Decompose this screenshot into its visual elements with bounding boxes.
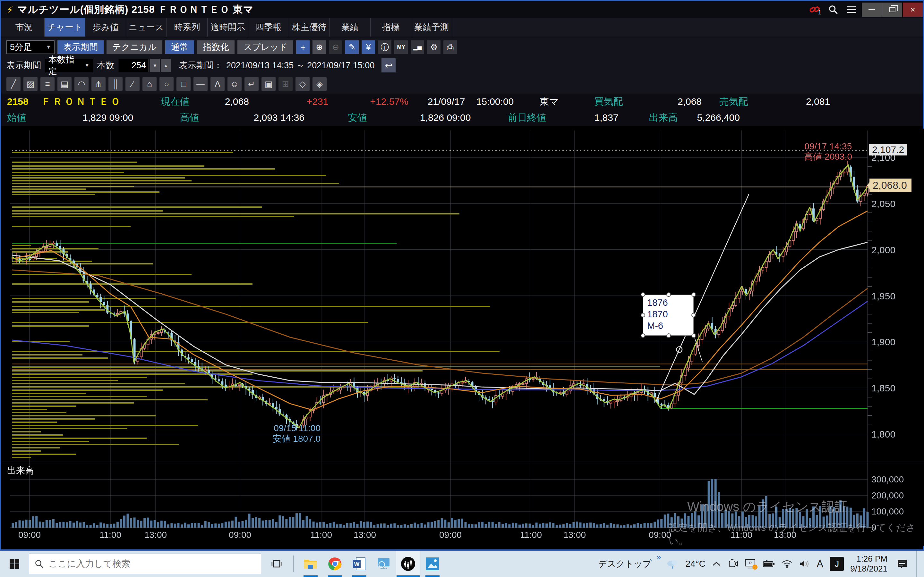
zoom-out-button[interactable]: ⊖ <box>329 40 342 54</box>
temperature-label[interactable]: 24°C <box>685 559 706 569</box>
bars-down-button[interactable]: ▼ <box>150 59 160 72</box>
show-desktop-button[interactable] <box>916 551 919 577</box>
search-input[interactable] <box>48 559 241 569</box>
x-axis-label: 09:00 <box>439 530 462 540</box>
open-value: 1,829 09:00 <box>82 112 133 123</box>
word-icon[interactable]: W <box>347 551 372 577</box>
ime-mode-a[interactable]: A <box>817 558 823 570</box>
spread-button[interactable]: スプレッド <box>237 40 293 54</box>
zoom-in-button[interactable]: ⊕ <box>312 40 326 54</box>
print-button[interactable]: ⎙ <box>443 40 457 54</box>
draw-button[interactable]: ✎ <box>345 40 359 54</box>
text-annotation-box[interactable]: 1876 1870 M-6 <box>643 295 694 335</box>
hline4-tool[interactable]: ▤ <box>57 77 71 91</box>
tab-ayumine[interactable]: 歩み値 <box>86 18 126 37</box>
settings-button[interactable]: ⚙ <box>427 40 441 54</box>
display-tray-icon[interactable]: R <box>745 559 756 569</box>
resize-handle[interactable] <box>666 292 671 297</box>
chevron-down-icon: ▼ <box>80 63 89 68</box>
battery-icon[interactable] <box>762 560 775 568</box>
tab-chart[interactable]: チャート <box>45 18 86 37</box>
tab-news[interactable]: ニュース <box>126 18 167 37</box>
period-mode-select[interactable]: 本数指定▼ <box>45 59 93 72</box>
menu-icon[interactable] <box>843 3 861 17</box>
copy-tool[interactable]: ▣ <box>262 77 276 91</box>
tab-shihyo[interactable]: 指標 <box>371 18 411 37</box>
weather-icon[interactable] <box>666 558 679 569</box>
indexed-button[interactable]: 指数化 <box>197 40 234 54</box>
tab-shikyo[interactable]: 市況 <box>4 18 45 37</box>
tab-shikiho[interactable]: 四季報 <box>248 18 289 37</box>
vline-tool[interactable]: ║ <box>108 77 123 91</box>
move-tool[interactable]: ⊞ <box>278 77 292 91</box>
tab-jikeiretsu[interactable]: 時系列 <box>167 18 208 37</box>
ime-mode-j[interactable]: J <box>830 557 844 571</box>
arc-tool[interactable]: ◠ <box>74 77 89 91</box>
eraser-tool[interactable]: ◇ <box>296 77 310 91</box>
bars-input[interactable] <box>118 59 149 72</box>
tab-gyoseki[interactable]: 業績 <box>330 18 371 37</box>
resize-handle[interactable] <box>691 313 696 318</box>
taskbar-search[interactable] <box>29 554 261 574</box>
interval-select[interactable]: 5分足▼ <box>6 40 55 54</box>
volume-icon[interactable] <box>799 559 810 568</box>
technical-button[interactable]: テクニカル <box>107 40 162 54</box>
close-button[interactable]: × <box>903 3 923 17</box>
app-window: ⚡ マルチツール(個別銘柄) 2158 ＦＲＯＮＴＥＯ 東マ 1 × <box>0 0 924 551</box>
remote-desktop-icon[interactable] <box>372 551 396 577</box>
search-icon[interactable] <box>824 3 843 17</box>
channel-tool[interactable]: ▨ <box>23 77 37 91</box>
chrome-icon[interactable] <box>323 551 347 577</box>
resize-handle[interactable] <box>641 292 645 297</box>
minimize-button[interactable] <box>862 3 882 17</box>
fan-tool[interactable]: ⋔ <box>91 77 105 91</box>
trading-app-icon[interactable] <box>396 551 420 577</box>
pentagon-tool[interactable]: ⌂ <box>142 77 157 91</box>
file-explorer-icon[interactable] <box>298 551 323 577</box>
trendline-tool[interactable]: ╱ <box>6 77 21 91</box>
tab-yosoku[interactable]: 業績予測 <box>411 18 452 37</box>
bars-up-button[interactable]: ▲ <box>161 59 171 72</box>
overflow-chevron[interactable]: » <box>656 552 661 562</box>
ellipse-tool[interactable]: ○ <box>160 77 174 91</box>
stock-name: ＦＲＯＮＴＥＯ <box>41 95 122 108</box>
area-chart-button[interactable]: ▂▅ <box>411 40 424 54</box>
volume-value: 5,266,400 <box>697 112 740 123</box>
price-volume-chart[interactable] <box>1 129 924 546</box>
restore-button[interactable] <box>882 3 902 17</box>
ray-tool[interactable]: ∕ <box>126 77 140 91</box>
wifi-icon[interactable] <box>781 559 793 568</box>
crosshair-button[interactable]: ＋ <box>296 40 310 54</box>
camera-tray-icon[interactable] <box>727 559 738 569</box>
text-tool[interactable]: A <box>210 77 225 91</box>
task-view-button[interactable] <box>264 551 289 577</box>
tab-yutai[interactable]: 株主優待 <box>289 18 330 37</box>
normal-button[interactable]: 通常 <box>165 40 194 54</box>
start-button[interactable] <box>0 551 29 577</box>
price-change: +231 <box>307 96 328 107</box>
taskbar-clock[interactable]: 1:26 PM 9/18/2021 <box>850 554 887 574</box>
resize-handle[interactable] <box>691 334 696 338</box>
hsegment-tool[interactable]: — <box>194 77 208 91</box>
my-chart-button[interactable]: MY <box>394 40 408 54</box>
desktop-toolbar[interactable]: デスクトップ » <box>598 558 652 570</box>
pointer-tool[interactable]: ↵ <box>244 77 258 91</box>
notification-center-icon[interactable] <box>897 558 908 569</box>
photos-icon[interactable] <box>420 551 445 577</box>
tray-chevron-up-icon[interactable] <box>712 561 721 567</box>
rect-tool[interactable]: □ <box>176 77 191 91</box>
hline3-tool[interactable]: ≡ <box>40 77 55 91</box>
resize-handle[interactable] <box>641 334 645 338</box>
tab-tekiji[interactable]: 適時開示 <box>208 18 248 37</box>
erase-all-tool[interactable]: ◈ <box>312 77 326 91</box>
resize-handle[interactable] <box>691 292 696 297</box>
current-price-marker: 2,068.0 <box>869 179 911 192</box>
reset-button[interactable]: ↩ <box>381 58 396 73</box>
info-button[interactable]: ⓘ <box>378 40 391 54</box>
link-icon[interactable]: 1 <box>805 3 824 17</box>
yen-button[interactable]: ¥ <box>362 40 375 54</box>
resize-handle[interactable] <box>641 313 645 318</box>
display-period-button[interactable]: 表示期間 <box>57 40 103 54</box>
resize-handle[interactable] <box>666 334 671 338</box>
icon-stamp-tool[interactable]: ☺ <box>228 77 242 91</box>
